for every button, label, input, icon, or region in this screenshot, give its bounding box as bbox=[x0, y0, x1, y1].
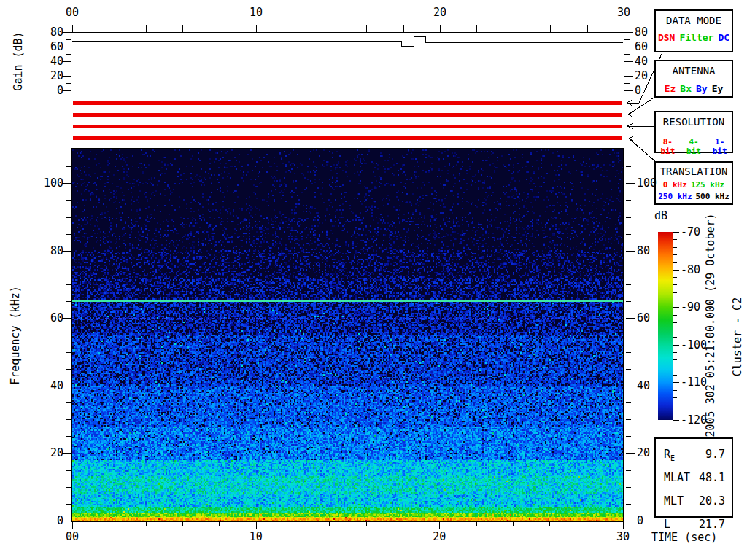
axis-tick bbox=[624, 76, 633, 77]
axis-tick bbox=[439, 522, 440, 529]
axis-tick bbox=[330, 25, 330, 32]
axis-tick bbox=[440, 25, 441, 32]
axis-tick bbox=[626, 521, 635, 521]
tick-label: 60 bbox=[20, 312, 63, 324]
translation-option-125khz: 125 kHz bbox=[691, 180, 724, 190]
axis-tick bbox=[66, 83, 71, 84]
axis-tick bbox=[293, 522, 293, 526]
axis-tick bbox=[66, 470, 71, 471]
axis-tick bbox=[626, 504, 631, 505]
tick-label: 60 bbox=[635, 41, 648, 52]
tick-label: 30 bbox=[617, 7, 630, 18]
antenna-panel: ANTENNA Ez Bx By Ey bbox=[654, 60, 733, 98]
antenna-option-by: By bbox=[696, 83, 708, 94]
axis-tick bbox=[626, 251, 635, 252]
tick-label: 20 bbox=[20, 447, 63, 459]
mode-bar bbox=[73, 125, 622, 128]
tick-label: 30 bbox=[616, 531, 630, 542]
tick-label: 80 bbox=[20, 245, 63, 257]
ephemeris-label-re: RE bbox=[664, 445, 675, 468]
axis-tick bbox=[219, 522, 220, 526]
axis-tick bbox=[626, 234, 631, 235]
tick-label: 20 bbox=[20, 70, 63, 82]
spacecraft-label: Cluster - C2 bbox=[731, 298, 744, 376]
resolution-title: RESOLUTION bbox=[656, 112, 732, 128]
ephemeris-label-l: L bbox=[664, 515, 670, 538]
axis-tick bbox=[549, 522, 550, 526]
mode-bar bbox=[73, 136, 622, 140]
axis-tick bbox=[673, 413, 677, 413]
antenna-option-ez: Ez bbox=[665, 83, 676, 94]
tick-label: 20 bbox=[433, 531, 446, 542]
axis-tick bbox=[66, 352, 71, 353]
axis-tick bbox=[624, 32, 633, 33]
ephemeris-label-mlt: MLT bbox=[664, 491, 684, 515]
colorbar bbox=[658, 232, 673, 420]
translation-row-2: 250 kHz 500 kHz bbox=[656, 192, 732, 202]
axis-tick bbox=[256, 522, 257, 529]
antenna-option-bx: Bx bbox=[680, 83, 692, 94]
tick-label: 80 bbox=[637, 245, 650, 257]
axis-tick bbox=[256, 25, 257, 32]
tick-label: -110 bbox=[681, 376, 707, 388]
data-mode-options: DSN Filter DC bbox=[656, 32, 732, 43]
ephemeris-row-re: RE 9.7 bbox=[656, 445, 732, 468]
axis-tick bbox=[66, 419, 71, 420]
spectrogram-canvas bbox=[72, 149, 623, 521]
axis-tick bbox=[476, 25, 477, 32]
axis-tick bbox=[366, 25, 367, 32]
axis-tick bbox=[514, 25, 514, 32]
axis-tick bbox=[673, 390, 677, 391]
axis-tick bbox=[146, 522, 147, 526]
axis-tick bbox=[66, 369, 71, 370]
resolution-option-1bit: 1-bit bbox=[708, 137, 732, 156]
translation-option-500khz: 500 kHz bbox=[696, 192, 729, 202]
tick-label: -100 bbox=[681, 339, 707, 351]
axis-tick bbox=[626, 166, 631, 167]
axis-tick bbox=[673, 368, 677, 368]
tick-label: 40 bbox=[20, 55, 63, 67]
axis-tick bbox=[673, 254, 677, 255]
axis-tick bbox=[66, 200, 71, 201]
data-mode-option-dc: DC bbox=[718, 32, 729, 43]
axis-tick bbox=[673, 284, 677, 285]
axis-tick bbox=[66, 69, 71, 69]
tick-label: 20 bbox=[433, 7, 446, 18]
axis-tick bbox=[673, 307, 679, 308]
axis-tick bbox=[626, 301, 631, 302]
axis-tick bbox=[66, 217, 71, 218]
translation-option-250khz: 250 kHz bbox=[658, 192, 692, 202]
data-mode-title: DATA MODE bbox=[656, 11, 732, 26]
axis-tick bbox=[673, 337, 677, 338]
tick-label: 0 bbox=[635, 85, 641, 96]
tick-label: 20 bbox=[637, 447, 650, 459]
tick-label: -80 bbox=[681, 264, 700, 276]
axis-tick bbox=[626, 352, 631, 353]
tick-label: 00 bbox=[66, 7, 79, 18]
tick-label: 80 bbox=[20, 26, 63, 38]
axis-tick bbox=[66, 268, 71, 268]
axis-tick bbox=[673, 397, 677, 398]
axis-tick bbox=[146, 25, 147, 32]
tick-label: 60 bbox=[637, 312, 650, 324]
axis-tick bbox=[673, 382, 679, 383]
translation-title: TRANSLATION bbox=[656, 163, 732, 177]
axis-tick bbox=[673, 359, 677, 360]
axis-tick bbox=[513, 522, 514, 526]
tick-label: 40 bbox=[637, 380, 650, 392]
ephemeris-row-mlat: MLAT 48.1 bbox=[656, 468, 732, 491]
tick-label: 10 bbox=[249, 7, 263, 18]
mode-bar bbox=[73, 101, 622, 105]
axis-tick bbox=[72, 522, 73, 529]
resolution-options: 8-bit 4-bit 1-bit bbox=[656, 137, 732, 156]
axis-tick bbox=[673, 232, 679, 233]
axis-tick bbox=[624, 90, 633, 91]
axis-tick bbox=[673, 247, 677, 248]
axis-tick bbox=[626, 419, 631, 420]
axis-tick bbox=[66, 487, 71, 488]
tick-label: 0 bbox=[637, 515, 643, 526]
axis-tick bbox=[550, 25, 551, 32]
axis-tick bbox=[72, 25, 73, 32]
axis-tick bbox=[673, 420, 679, 421]
axis-tick bbox=[66, 504, 71, 505]
